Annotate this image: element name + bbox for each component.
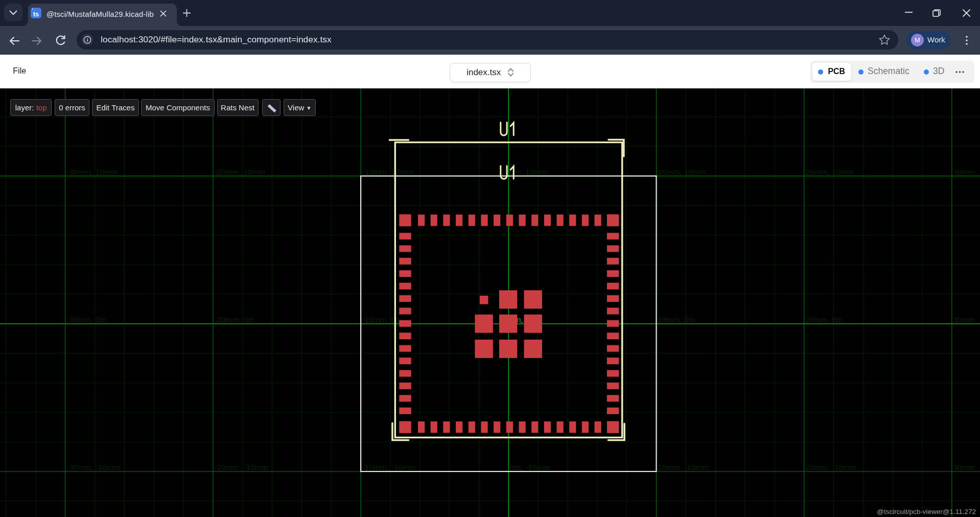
svg-text:-10mm, 0m: -10mm, 0m <box>362 315 402 324</box>
svg-text:10mm, 10mm: 10mm, 10mm <box>658 168 706 176</box>
svg-text:30mm, 10mm: 30mm, 10mm <box>953 168 980 176</box>
svg-text:-30mm, 0m: -30mm, 0m <box>66 315 106 324</box>
svg-text:10mm, -10mm: 10mm, -10mm <box>658 463 709 472</box>
svg-text:30mm, 0m: 30mm, 0m <box>953 315 980 324</box>
svg-text:20mm, -10mm: 20mm, -10mm <box>805 463 856 472</box>
svg-text:-30mm, 10mm: -30mm, 10mm <box>66 168 118 176</box>
svg-text:-30mm, -10mm: -30mm, -10mm <box>66 463 120 472</box>
svg-text:-20mm, -10mm: -20mm, -10mm <box>214 463 268 472</box>
svg-text:30mm, -10mm: 30mm, -10mm <box>953 463 980 472</box>
svg-text:-10mm, 10mm: -10mm, 10mm <box>362 168 413 176</box>
svg-text:10mm, 0m: 10mm, 0m <box>658 315 695 324</box>
svg-text:20mm, 10mm: 20mm, 10mm <box>805 168 854 176</box>
svg-text:20mm, 0m: 20mm, 0m <box>805 315 843 324</box>
svg-text:-20mm, 0m: -20mm, 0m <box>214 315 254 324</box>
svg-text:0m, -10mm: 0m, -10mm <box>510 463 550 472</box>
svg-text:0m, 10mm: 0m, 10mm <box>510 168 547 176</box>
svg-text:-20mm, 10mm: -20mm, 10mm <box>214 168 265 176</box>
svg-text:-10mm, -10mm: -10mm, -10mm <box>362 463 416 472</box>
